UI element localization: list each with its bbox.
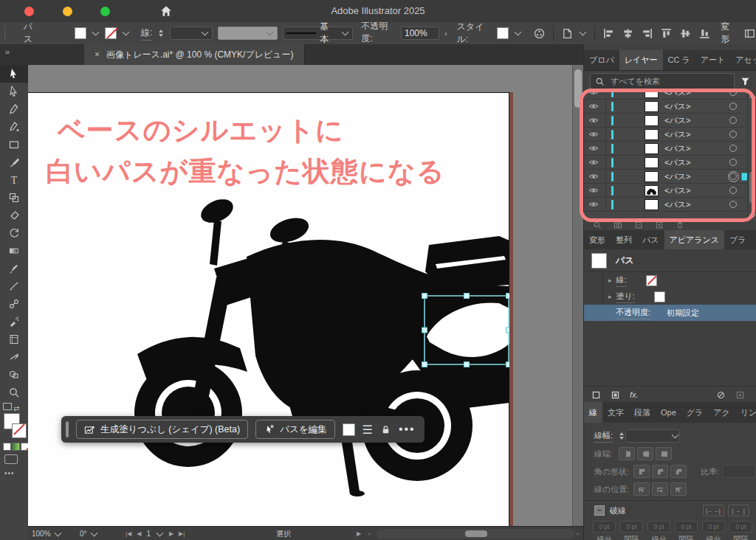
- dash-field[interactable]: 0 pt: [647, 521, 670, 533]
- layers-scrollbar[interactable]: [747, 92, 756, 220]
- dash-field[interactable]: 0 pt: [702, 521, 725, 533]
- symbol-sprayer-tool[interactable]: [0, 313, 28, 330]
- zoom-tool[interactable]: [0, 384, 28, 401]
- generative-fill-button[interactable]: 生成塗りつぶし (シェイプ) (Beta): [76, 420, 248, 439]
- expand-icon[interactable]: ▸: [608, 293, 612, 300]
- layer-row[interactable]: <パス>: [584, 170, 756, 184]
- dock-tab-0[interactable]: プロパ: [584, 50, 619, 70]
- low-tab-3[interactable]: Ope: [656, 402, 681, 423]
- layer-visibility-icon[interactable]: [588, 199, 599, 210]
- next-artboard-icon[interactable]: ▶: [169, 530, 173, 537]
- stroke-width-stepper[interactable]: [617, 430, 625, 442]
- document-tab[interactable]: × 画像トレース.ai* @ 100 % (CMYK/プレビュー): [84, 44, 305, 65]
- add-new-fill-icon[interactable]: [611, 390, 620, 400]
- target-indicator-icon[interactable]: [729, 201, 737, 208]
- draw-mode-icon[interactable]: [4, 454, 18, 464]
- dock-tab-2[interactable]: CC ラ: [663, 50, 695, 70]
- mid-tab-2[interactable]: パス: [637, 230, 664, 249]
- mid-tab-3[interactable]: アピアランス: [664, 230, 725, 249]
- layer-visibility-icon[interactable]: [588, 171, 599, 181]
- eye-icon[interactable]: [588, 308, 598, 318]
- layer-thumbnail[interactable]: [645, 92, 659, 98]
- chevron-down-icon[interactable]: [342, 29, 349, 36]
- lock-icon[interactable]: [380, 424, 391, 435]
- mid-tab-4[interactable]: ブラ: [724, 230, 752, 249]
- align-v-middle-icon[interactable]: [679, 27, 692, 40]
- zoom-level-dropdown[interactable]: 100%: [32, 527, 62, 540]
- layer-thumbnail[interactable]: [645, 171, 659, 182]
- swap-fill-stroke-icon[interactable]: ⇄: [13, 404, 19, 412]
- blend-tool[interactable]: [0, 295, 28, 313]
- layer-name[interactable]: <パス>: [664, 185, 690, 196]
- direct-selection-tool[interactable]: [0, 83, 28, 100]
- new-layer-icon[interactable]: [655, 221, 664, 229]
- eraser-tool[interactable]: [0, 207, 28, 224]
- layer-name[interactable]: <パス>: [664, 171, 690, 182]
- layer-thumbnail[interactable]: [645, 101, 659, 112]
- chevron-down-icon[interactable]: [515, 29, 522, 36]
- layer-name[interactable]: <パス>: [664, 143, 690, 154]
- layer-visibility-icon[interactable]: [588, 157, 599, 167]
- type-tool[interactable]: T: [0, 171, 28, 189]
- stroke-weight-stepper[interactable]: [157, 27, 165, 39]
- panel-dock-icon[interactable]: [743, 27, 756, 40]
- chevron-down-icon[interactable]: [580, 29, 587, 36]
- horizontal-scrollbar[interactable]: [377, 529, 574, 539]
- contextual-task-bar[interactable]: 生成塗りつぶし (シェイプ) (Beta) パスを編集 ☰ •••: [61, 416, 425, 443]
- appearance-stroke-row[interactable]: ▸ 線:: [584, 272, 756, 288]
- taskbar-fill-swatch[interactable]: [343, 423, 355, 436]
- target-indicator-icon[interactable]: [729, 145, 737, 152]
- locate-object-icon[interactable]: [593, 221, 602, 229]
- appearance-fill-row[interactable]: ▸ 塗り:: [584, 288, 756, 305]
- rotate-view-tool[interactable]: [0, 224, 28, 242]
- last-artboard-icon[interactable]: ▶|: [179, 530, 185, 537]
- dashed-line-checkbox[interactable]: –: [594, 505, 605, 516]
- style-swatch[interactable]: [497, 27, 509, 39]
- eye-icon[interactable]: [588, 275, 598, 285]
- layer-name[interactable]: <パス>: [664, 157, 690, 168]
- chevron-down-icon[interactable]: [92, 29, 100, 36]
- rotation-dropdown[interactable]: 0°: [80, 527, 98, 540]
- low-tab-6[interactable]: リン: [735, 402, 756, 423]
- eyedropper-tool[interactable]: [0, 277, 28, 295]
- layer-visibility-icon[interactable]: [588, 115, 599, 125]
- target-indicator-icon[interactable]: [729, 103, 737, 110]
- layer-thumbnail[interactable]: [645, 157, 659, 168]
- layer-visibility-icon[interactable]: [588, 92, 599, 97]
- add-new-stroke-icon[interactable]: [591, 390, 601, 400]
- taskbar-drag-handle[interactable]: [66, 421, 69, 437]
- align-bottom-icon[interactable]: [698, 27, 711, 40]
- gradient-button[interactable]: [12, 443, 20, 451]
- pen-tool[interactable]: [0, 100, 28, 118]
- appearance-opacity-row[interactable]: 不透明度: 初期設定: [584, 305, 756, 321]
- align-left-icon[interactable]: [602, 27, 615, 40]
- stroke-weight-field[interactable]: [170, 27, 212, 40]
- target-indicator-icon[interactable]: [729, 131, 737, 138]
- fill-white-swatch[interactable]: [654, 291, 665, 302]
- fill-swatch[interactable]: [75, 27, 86, 39]
- default-fill-stroke-icon[interactable]: [3, 403, 12, 410]
- artboard-tool[interactable]: [0, 330, 28, 348]
- status-menu-icon[interactable]: ▶: [357, 530, 361, 537]
- chevron-down-icon[interactable]: [201, 29, 208, 36]
- delete-layer-icon[interactable]: [676, 221, 684, 229]
- mid-tab-1[interactable]: 整列: [611, 230, 637, 249]
- mid-tab-5[interactable]: シン: [752, 230, 756, 249]
- document-setup-icon[interactable]: [561, 27, 574, 40]
- target-indicator-icon[interactable]: [729, 92, 737, 96]
- align-right-icon[interactable]: [641, 27, 653, 40]
- curvature-tool[interactable]: [0, 118, 28, 136]
- layer-row[interactable]: <パス>: [584, 142, 756, 156]
- expand-icon[interactable]: ▸: [608, 277, 612, 284]
- target-indicator-icon[interactable]: [729, 117, 737, 124]
- shape-builder-tool[interactable]: [0, 366, 28, 384]
- layer-row[interactable]: <パス>: [584, 128, 756, 142]
- collapse-panels-icon[interactable]: »: [5, 47, 9, 56]
- chevron-down-icon[interactable]: [123, 29, 130, 36]
- scroll-right-icon[interactable]: ›: [577, 530, 579, 537]
- dash-field[interactable]: 0 pt: [675, 521, 698, 533]
- color-button[interactable]: [3, 443, 11, 451]
- vertical-scrollbar-thumb[interactable]: [574, 69, 582, 108]
- layer-name[interactable]: <パス>: [664, 199, 690, 210]
- low-tab-2[interactable]: 段落: [629, 402, 656, 423]
